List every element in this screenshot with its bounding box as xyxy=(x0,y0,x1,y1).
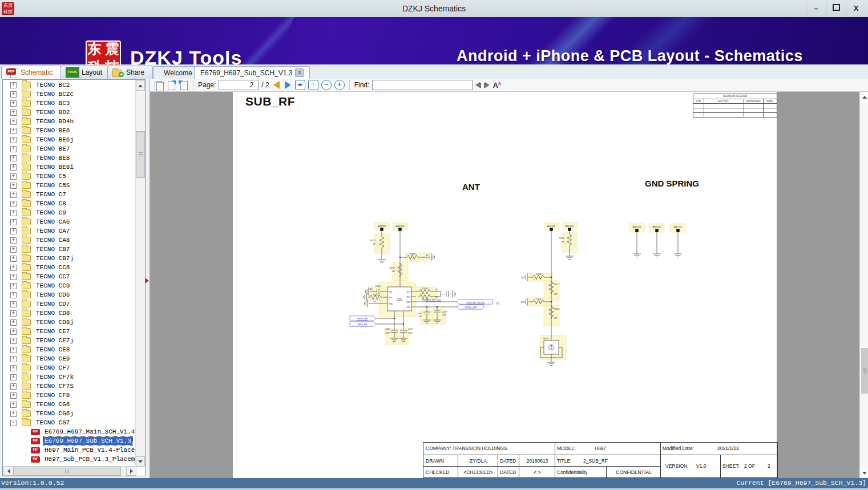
page-number-input[interactable] xyxy=(219,80,259,90)
maximize-button[interactable] xyxy=(826,1,846,16)
expand-icon[interactable]: + xyxy=(10,329,17,335)
expand-icon[interactable]: + xyxy=(10,411,17,417)
expand-icon[interactable]: + xyxy=(10,82,17,88)
tree-file[interactable]: PDFE6769_H697_Main_SCH_V1.4 xyxy=(3,427,135,436)
tree-folder[interactable]: +TECNO BC2 xyxy=(3,80,135,90)
expand-icon[interactable]: + xyxy=(10,219,17,225)
tab-share[interactable]: + Share xyxy=(107,66,153,79)
expand-icon[interactable]: + xyxy=(10,228,17,234)
tree-folder[interactable]: +TECNO CE7 xyxy=(3,327,135,336)
tree-folder[interactable]: +TECNO CF7 xyxy=(3,363,135,372)
tab-document[interactable]: E6769_H697_Sub_SCH_V1.3 x xyxy=(194,66,310,79)
expand-icon[interactable]: + xyxy=(10,265,17,271)
tree-folder[interactable]: +TECNO CF7k xyxy=(3,372,135,382)
tab-layout[interactable]: PADS Layout xyxy=(60,66,110,79)
tree-folder[interactable]: +TECNO CC6 xyxy=(3,263,135,272)
expand-icon[interactable]: + xyxy=(10,201,17,207)
expand-icon[interactable]: + xyxy=(10,292,17,298)
expand-icon[interactable]: + xyxy=(10,365,17,371)
tree-folder[interactable]: +TECNO BE8i xyxy=(3,163,135,172)
tree-folder[interactable]: +TECNO CE8 xyxy=(3,345,135,354)
zoom-in-button[interactable]: + xyxy=(334,80,345,90)
expand-icon[interactable]: + xyxy=(10,246,17,253)
expand-icon[interactable]: + xyxy=(10,319,17,326)
expand-icon[interactable]: + xyxy=(10,100,17,107)
tree-folder[interactable]: +TECNO CA8 xyxy=(3,236,135,245)
scroll-thumb[interactable] xyxy=(861,348,868,394)
expand-icon[interactable]: + xyxy=(10,283,17,289)
find-input[interactable] xyxy=(372,80,473,90)
expand-icon[interactable]: + xyxy=(10,210,17,216)
minimize-button[interactable]: – xyxy=(806,1,826,16)
tree-folder[interactable]: +TECNO BE6 xyxy=(3,126,135,135)
expand-icon[interactable]: + xyxy=(10,110,17,116)
tree-folder[interactable]: +TECNO C5 xyxy=(3,172,135,181)
tree-folder[interactable]: +TECNO CD6 xyxy=(3,290,135,299)
tree-folder[interactable]: +TECNO CB7 xyxy=(3,245,135,254)
expand-icon[interactable]: + xyxy=(10,173,17,180)
scroll-down-button[interactable] xyxy=(136,456,145,467)
font-size-icon[interactable]: Aa xyxy=(492,80,500,90)
scroll-thumb[interactable] xyxy=(14,467,121,476)
expand-icon[interactable]: + xyxy=(10,402,17,408)
tab-close-icon[interactable]: x xyxy=(295,68,304,77)
fit-page-button[interactable]: ↕ xyxy=(308,80,318,90)
zoom-out-button[interactable]: − xyxy=(321,80,332,90)
tree-file[interactable]: PDFH697_Sub_PCB_V1.3_Placement xyxy=(3,455,135,464)
tree-folder[interactable]: +TECNO CG6j xyxy=(3,409,135,418)
scroll-up-button[interactable] xyxy=(136,80,145,91)
expand-icon[interactable]: + xyxy=(10,256,17,262)
tree-folder[interactable]: +TECNO CD8 xyxy=(3,309,135,318)
tree-folder[interactable]: +TECNO CA7 xyxy=(3,226,135,236)
tree-folder[interactable]: +TECNO C5S xyxy=(3,181,135,190)
fit-width-button[interactable]: ◂▸ xyxy=(295,80,305,90)
tree-folder[interactable]: +TECNO CF7S xyxy=(3,382,135,391)
tree-folder[interactable]: +TECNO CA6 xyxy=(3,217,135,226)
tree-folder[interactable]: +TECNO C8 xyxy=(3,199,135,208)
next-view-icon[interactable] xyxy=(166,80,176,90)
previous-page-button[interactable] xyxy=(273,81,280,89)
tree-folder[interactable]: +TECNO C9 xyxy=(3,208,135,217)
scroll-down-button[interactable] xyxy=(860,468,868,478)
expand-icon[interactable]: + xyxy=(10,183,17,189)
scroll-right-button[interactable] xyxy=(126,467,136,476)
tree-folder[interactable]: +TECNO CE9 xyxy=(3,354,135,363)
expand-icon[interactable]: + xyxy=(10,146,17,152)
tree-folder[interactable]: +TECNO CC7 xyxy=(3,272,135,281)
tree-vertical-scrollbar[interactable] xyxy=(135,80,145,466)
close-button[interactable]: X xyxy=(846,1,866,16)
expand-icon[interactable]: + xyxy=(10,310,17,317)
scroll-up-button[interactable] xyxy=(860,92,868,102)
find-previous-button[interactable] xyxy=(475,82,481,88)
expand-icon[interactable]: + xyxy=(10,374,17,380)
tree-file[interactable]: PDFE6769_H697_Sub_SCH_V1.3 xyxy=(3,436,135,446)
tree-folder[interactable]: +TECNO BE6j xyxy=(3,135,135,144)
expand-icon[interactable]: + xyxy=(10,119,17,125)
tree-folder[interactable]: +TECNO C7 xyxy=(3,190,135,199)
expand-icon[interactable]: + xyxy=(10,137,17,143)
expand-icon[interactable]: + xyxy=(10,164,17,171)
scroll-thumb[interactable] xyxy=(136,131,145,178)
prev-view-icon[interactable] xyxy=(179,80,188,90)
expand-icon[interactable]: + xyxy=(10,301,17,307)
tree-folder[interactable]: +TECNO BD2 xyxy=(3,108,135,117)
tree-folder[interactable]: +TECNO BE8 xyxy=(3,153,135,163)
tree-folder[interactable]: +TECNO BC2c xyxy=(3,90,135,99)
expand-icon[interactable]: + xyxy=(10,347,17,353)
expand-icon[interactable]: + xyxy=(10,155,17,161)
tree-folder[interactable]: +TECNO BC3 xyxy=(3,99,135,108)
tree-folder[interactable]: +TECNO CF8 xyxy=(3,391,135,400)
tree-file[interactable]: PDFH697_Main_PCB_V1.4-Placemen xyxy=(3,446,135,455)
snapshot-icon[interactable] xyxy=(154,80,163,90)
expand-icon[interactable]: + xyxy=(10,91,17,98)
tree-folder[interactable]: +TECNO CC9 xyxy=(3,281,135,290)
tree-folder[interactable]: +TECNO BD4h xyxy=(3,117,135,126)
scroll-left-button[interactable] xyxy=(3,467,14,476)
find-next-button[interactable] xyxy=(484,82,490,88)
expand-icon[interactable]: + xyxy=(10,192,17,198)
expand-icon[interactable]: + xyxy=(10,338,17,344)
tree-folder[interactable]: +TECNO CE7j xyxy=(3,336,135,345)
expand-icon[interactable]: + xyxy=(10,383,17,390)
tree-folder[interactable]: +TECNO CD7 xyxy=(3,299,135,309)
tree-folder[interactable]: +TECNO CD8j xyxy=(3,318,135,327)
